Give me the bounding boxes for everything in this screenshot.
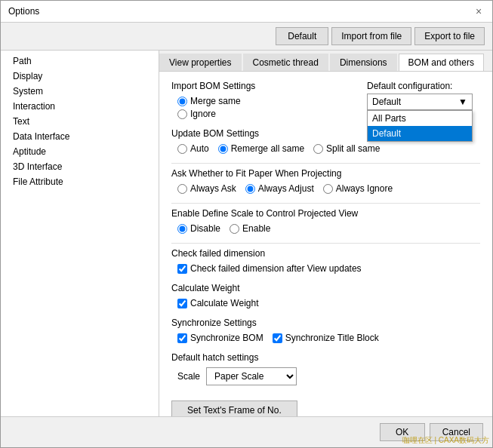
sync-title-label: Synchronize Title Block	[285, 333, 379, 343]
import-bom-radios: Merge same Ignore	[177, 96, 255, 119]
import-bom-header: Import BOM Settings Merge same Ignore	[171, 81, 480, 119]
import-bom-title: Import BOM Settings	[171, 81, 255, 91]
separator-1	[171, 163, 480, 164]
separator-3	[171, 243, 480, 244]
default-config-right: Default configuration: Default ▼ All Par…	[367, 81, 480, 110]
default-config-label: Default configuration:	[367, 81, 452, 91]
sidebar-item-file-attribute[interactable]: File Attribute	[1, 174, 159, 189]
remerge-label: Remerge all same	[231, 143, 304, 154]
update-bom-row: Auto Remerge all same Split all same	[177, 143, 480, 154]
ignore-label: Ignore	[190, 109, 216, 119]
define-scale-title: Enable Define Scale to Control Projected…	[171, 208, 480, 219]
always-adjust-label: Always Adjust	[258, 183, 314, 194]
auto-row: Auto	[177, 143, 209, 154]
tab-cosmetic-thread[interactable]: Cosmetic thread	[243, 54, 328, 71]
bottom-bar: OK Cancel	[1, 416, 492, 447]
default-hatch-section: Default hatch settings Scale Paper Scale…	[171, 352, 480, 385]
main-area: View properties Cosmetic thread Dimensio…	[159, 51, 492, 416]
sidebar: Path Display System Interaction Text Dat…	[1, 51, 159, 416]
calculate-weight-section: Calculate Weight Calculate Weight	[171, 283, 480, 308]
import-bom-section: Import BOM Settings Merge same Ignore	[171, 81, 480, 119]
toolbar: Default Import from file Export to file	[1, 23, 492, 51]
sync-bom-checkbox[interactable]	[177, 333, 187, 343]
default-config-dropdown[interactable]: Default ▼	[367, 94, 473, 110]
sidebar-item-3d-interface[interactable]: 3D Interface	[1, 159, 159, 174]
merge-same-label: Merge same	[190, 96, 241, 106]
ignore-row: Ignore	[177, 109, 255, 119]
export-button[interactable]: Export to file	[414, 27, 485, 45]
set-frame-button[interactable]: Set Text's Frame of No.	[171, 400, 297, 416]
calculate-weight-title: Calculate Weight	[171, 283, 480, 293]
scale-row: Scale Paper Scale 1:1 1:2 2:1	[177, 367, 480, 385]
tab-view-properties[interactable]: View properties	[159, 54, 242, 71]
always-ask-radio[interactable]	[177, 184, 187, 194]
ok-button[interactable]: OK	[380, 423, 425, 441]
merge-same-radio[interactable]	[177, 97, 187, 106]
default-hatch-title: Default hatch settings	[171, 352, 480, 363]
cancel-button[interactable]: Cancel	[430, 423, 483, 441]
set-frame-container: Set Text's Frame of No.	[171, 394, 480, 416]
sync-title-row: Synchronize Title Block	[273, 333, 379, 343]
ignore-radio[interactable]	[177, 109, 187, 119]
calculate-weight-checkbox[interactable]	[177, 299, 187, 308]
sidebar-item-system[interactable]: System	[1, 84, 159, 99]
calculate-weight-label: Calculate Weight	[190, 298, 259, 308]
sidebar-item-interaction[interactable]: Interaction	[1, 99, 159, 114]
remerge-row: Remerge all same	[218, 143, 304, 154]
always-ignore-radio[interactable]	[323, 184, 333, 194]
enable-radio[interactable]	[230, 224, 239, 234]
import-bom-left: Import BOM Settings Merge same Ignore	[171, 81, 255, 119]
enable-label: Enable	[242, 223, 270, 234]
sidebar-item-display[interactable]: Display	[1, 69, 159, 84]
default-config-dropdown-container: Default ▼ All Parts Default	[367, 94, 473, 110]
auto-radio[interactable]	[177, 144, 187, 154]
tab-bar: View properties Cosmetic thread Dimensio…	[159, 51, 492, 72]
fit-paper-radios: Always Ask Always Adjust Always Ignore	[177, 183, 480, 194]
disable-row: Disable	[177, 223, 220, 234]
sync-settings-row: Synchronize BOM Synchronize Title Block	[177, 333, 480, 343]
always-ignore-label: Always Ignore	[336, 183, 393, 194]
auto-label: Auto	[190, 143, 209, 154]
sidebar-item-data-interface[interactable]: Data Interface	[1, 129, 159, 144]
fit-paper-title: Ask Whether to Fit Paper When Projecting	[171, 168, 480, 179]
calculate-weight-row: Calculate Weight	[177, 298, 480, 308]
check-failed-title: Check failed dimension	[171, 248, 480, 259]
sync-title-checkbox[interactable]	[273, 333, 282, 343]
define-scale-radios: Disable Enable	[177, 223, 480, 234]
tab-dimensions[interactable]: Dimensions	[330, 54, 397, 71]
sidebar-item-text[interactable]: Text	[1, 114, 159, 129]
disable-radio[interactable]	[177, 224, 187, 234]
fit-paper-section: Ask Whether to Fit Paper When Projecting…	[171, 168, 480, 194]
sync-settings-title: Synchronize Settings	[171, 318, 480, 328]
remerge-radio[interactable]	[218, 144, 228, 154]
always-adjust-row: Always Adjust	[245, 183, 314, 194]
default-button[interactable]: Default	[276, 27, 328, 45]
dropdown-item-default[interactable]: Default	[368, 126, 472, 141]
check-failed-section: Check failed dimension Check failed dime…	[171, 248, 480, 274]
disable-label: Disable	[190, 223, 220, 234]
dialog-title: Options	[8, 6, 39, 17]
dropdown-selected: Default	[372, 97, 401, 107]
define-scale-section: Enable Define Scale to Control Projected…	[171, 208, 480, 234]
options-dialog: Options × Default Import from file Expor…	[0, 0, 493, 448]
content-area: Path Display System Interaction Text Dat…	[1, 51, 492, 416]
sync-bom-label: Synchronize BOM	[190, 333, 263, 343]
check-failed-checkbox[interactable]	[177, 264, 187, 274]
separator-2	[171, 203, 480, 204]
close-button[interactable]: ×	[473, 5, 485, 17]
sync-bom-row: Synchronize BOM	[177, 333, 263, 343]
split-radio[interactable]	[313, 144, 323, 154]
scale-select[interactable]: Paper Scale 1:1 1:2 2:1	[206, 367, 297, 385]
import-button[interactable]: Import from file	[331, 27, 411, 45]
dropdown-item-all-parts[interactable]: All Parts	[368, 111, 472, 126]
always-ask-label: Always Ask	[190, 183, 236, 194]
sidebar-item-path[interactable]: Path	[1, 54, 159, 69]
enable-row: Enable	[230, 223, 270, 234]
title-bar: Options ×	[1, 1, 492, 23]
sidebar-item-aptitude[interactable]: Aptitude	[1, 144, 159, 159]
always-ask-row: Always Ask	[177, 183, 236, 194]
always-adjust-radio[interactable]	[245, 184, 255, 194]
tab-bom-and-others[interactable]: BOM and others	[399, 54, 484, 71]
tab-content: Import BOM Settings Merge same Ignore	[159, 72, 492, 416]
merge-same-row: Merge same	[177, 96, 255, 106]
